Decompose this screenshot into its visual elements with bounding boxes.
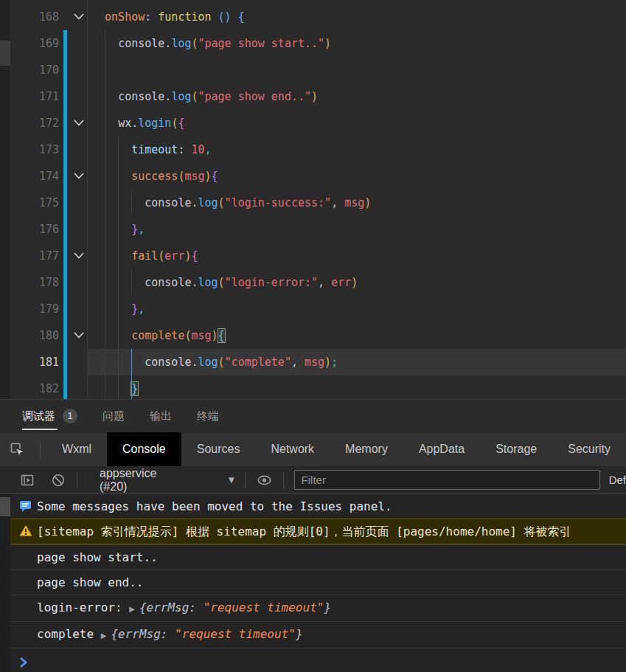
line-number: 169 (10, 30, 59, 57)
debugger-count-badge: 1 (63, 409, 77, 423)
issues-bubble-icon[interactable] (19, 499, 32, 516)
console-left-strip (0, 494, 10, 672)
fold-spacer (71, 57, 87, 83)
scrollbar-thumb[interactable] (0, 497, 10, 516)
console-warning-message: [sitemap 索引情况提示] 根据 sitemap 的规则[0]，当前页面 … (10, 519, 626, 544)
console-log-message: page show end.. (10, 569, 626, 595)
fold-spacer (71, 30, 87, 57)
devtools-tab-wxml[interactable]: Wxml (46, 432, 107, 466)
debug-panel-tabbar: 调试器 1 问题 输出 终端 (0, 399, 626, 432)
fold-chevron-icon[interactable] (71, 322, 87, 349)
clear-console-icon (50, 472, 66, 488)
console-prompt[interactable] (10, 648, 626, 670)
tab-problems[interactable]: 问题 (102, 400, 125, 432)
fold-spacer (71, 375, 87, 402)
fold-spacer (71, 269, 87, 296)
fold-chevron-icon[interactable] (71, 4, 87, 30)
inspect-element-button[interactable] (0, 441, 34, 457)
chevron-down-icon[interactable]: ▼ (229, 476, 234, 484)
tab-output[interactable]: 输出 (150, 400, 172, 432)
code-content[interactable]: onShow: function () { console.log("page … (91, 4, 626, 402)
code-line: onShow: function () { (91, 4, 626, 30)
console-filter-input[interactable] (294, 470, 600, 490)
code-line: console.log("complete", msg); (91, 349, 626, 375)
line-number: 178 (10, 269, 59, 296)
devtools-tab-sources[interactable]: Sources (181, 432, 256, 466)
line-number: 177 (10, 243, 59, 269)
code-editor[interactable]: 1681691701711721731741751761771781791801… (10, 0, 626, 399)
line-number: 182 (10, 375, 59, 402)
code-line: fail(err){ (91, 243, 626, 269)
code-line: }, (91, 216, 626, 243)
code-line: console.log("page show end..") (91, 83, 626, 110)
prompt-chevron-icon (19, 655, 28, 670)
line-number: 173 (10, 136, 59, 163)
code-line: console.log("page show start..") (91, 30, 626, 57)
devtools-tab-network[interactable]: Network (255, 432, 330, 466)
devtools-tab-appdata[interactable]: AppData (403, 432, 480, 466)
line-number: 170 (10, 57, 59, 83)
expand-triangle-icon[interactable]: ▶ (129, 605, 135, 613)
line-number: 176 (10, 216, 59, 243)
code-line: complete(msg){ (91, 322, 626, 349)
console-toolbar: appservice (#20) ▼ Def (0, 466, 626, 494)
log-levels-dropdown[interactable]: Def (609, 474, 626, 486)
console-info-message: Some messages have been moved to the Iss… (10, 494, 626, 519)
toolbar-separator (77, 472, 77, 488)
tab-debugger-label: 调试器 (22, 409, 55, 423)
console-output[interactable]: Some messages have been moved to the Iss… (10, 494, 626, 672)
code-line: console.log("login-success:", msg) (91, 190, 626, 216)
fold-chevron-icon[interactable] (71, 163, 87, 190)
fold-chevron-icon[interactable] (71, 110, 87, 136)
line-number: 181 (10, 349, 59, 375)
line-number-gutter: 1681691701711721731741751761771781791801… (10, 4, 59, 402)
fold-spacer (71, 216, 87, 243)
fold-spacer (71, 190, 87, 216)
toolbar-separator (283, 472, 284, 488)
gutter-divider (87, 0, 88, 399)
devtools-tabbar: Wxml Console Sources Network Memory AppD… (0, 432, 626, 466)
line-number: 174 (10, 163, 59, 190)
line-number: 175 (10, 190, 59, 216)
code-line: console.log("login-error:", err) (91, 269, 626, 296)
tab-terminal[interactable]: 终端 (197, 400, 219, 432)
wechat-devtools-window: 1681691701711721731741751761771781791801… (0, 0, 626, 672)
code-line (91, 57, 626, 83)
devtools-tab-security[interactable]: Security (552, 432, 626, 466)
console-object-message: complete ▶{errMsg: "request timeout"} (10, 621, 626, 648)
live-expression-button[interactable] (256, 472, 273, 488)
expand-triangle-icon[interactable]: ▶ (101, 631, 107, 640)
line-number: 168 (10, 4, 59, 30)
fold-spacer (71, 296, 87, 322)
toolbar-separator (245, 472, 246, 488)
fold-spacer (71, 349, 87, 375)
fold-spacer (71, 136, 87, 163)
code-line: timeout: 10, (91, 136, 626, 163)
line-number: 180 (10, 322, 59, 349)
fold-spacer (71, 83, 87, 110)
line-number: 171 (10, 83, 59, 110)
code-line: } (91, 375, 626, 402)
code-line: wx.login({ (91, 110, 626, 136)
clear-console-button[interactable] (50, 472, 66, 488)
inspect-cursor-icon (9, 441, 25, 457)
devtools-tab-memory[interactable]: Memory (330, 432, 403, 466)
code-fold-column (71, 4, 87, 402)
active-tab-underline (22, 429, 58, 430)
devtools-tab-storage[interactable]: Storage (480, 432, 552, 466)
eye-icon (256, 472, 273, 488)
devtools-tab-console[interactable]: Console (107, 432, 181, 466)
tab-debugger[interactable]: 调试器 1 (22, 400, 77, 432)
console-object-message: login-error: ▶{errMsg: "request timeout"… (10, 595, 626, 621)
console-sidebar-icon (19, 472, 35, 488)
console-log-message: page show start.. (10, 544, 626, 569)
scrollbar-thumb[interactable] (0, 41, 10, 66)
console-sidebar-toggle[interactable] (19, 472, 35, 488)
code-line: success(msg){ (91, 163, 626, 190)
code-line: }, (91, 296, 626, 322)
toolbar-separator (40, 440, 41, 458)
editor-left-strip (0, 0, 10, 399)
warning-triangle-icon[interactable] (19, 524, 32, 541)
execution-context-selector[interactable]: appservice (#20) (100, 467, 187, 493)
fold-chevron-icon[interactable] (71, 243, 87, 269)
